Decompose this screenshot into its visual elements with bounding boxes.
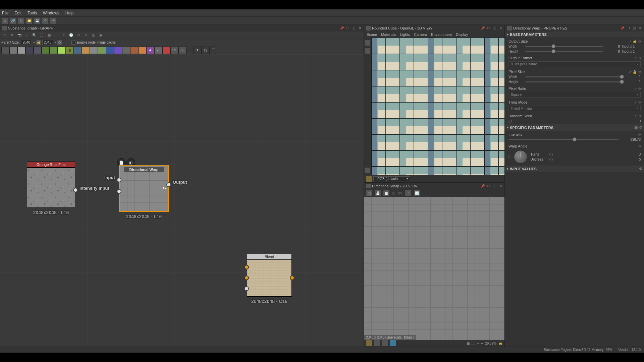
pin-icon[interactable]: 📌: [480, 26, 485, 31]
link-goto-icon[interactable]: ↗: [634, 56, 637, 60]
output-height-value[interactable]: 0: [605, 50, 620, 53]
port-warp-intensity[interactable]: [117, 189, 121, 194]
palette-x1[interactable]: x1: [154, 47, 162, 54]
view2d-grid-icon[interactable]: ▦: [467, 342, 470, 345]
refresh-icon[interactable]: ↻: [18, 18, 24, 24]
port-grunge-out[interactable]: [73, 188, 78, 192]
view2d-img-icon[interactable]: ▢: [366, 190, 372, 196]
palette-green[interactable]: [42, 47, 50, 54]
link-icon[interactable]: 🔗: [10, 18, 16, 24]
output-width-slider[interactable]: [525, 46, 603, 47]
edit-icon[interactable]: ✎: [83, 32, 89, 38]
intensity-slider[interactable]: [508, 139, 619, 140]
degrees-value[interactable]: 0: [639, 158, 641, 162]
maximize-icon[interactable]: ▢: [492, 184, 497, 188]
close-icon[interactable]: ✕: [358, 26, 362, 31]
pin-icon[interactable]: 📌: [339, 26, 344, 31]
palette-101[interactable]: 101: [170, 47, 178, 54]
output-width-value[interactable]: 0: [605, 45, 620, 48]
tab-materials[interactable]: Materials: [381, 33, 396, 37]
palette-orange[interactable]: [138, 47, 146, 54]
turns-radio[interactable]: [549, 153, 553, 156]
palette-red[interactable]: [162, 47, 170, 54]
lock-icon[interactable]: 🔒: [633, 40, 637, 43]
material-icon[interactable]: [366, 176, 372, 182]
link-goto-icon[interactable]: ↗: [629, 70, 631, 74]
home-icon[interactable]: ⌂: [2, 18, 8, 24]
base-params-header[interactable]: ▾ BASE PARAMETERS: [505, 32, 644, 38]
menu-help[interactable]: Help: [65, 11, 74, 15]
palette-tan[interactable]: [82, 47, 90, 54]
reset-icon[interactable]: ⟲: [639, 167, 642, 171]
port-blend-in2[interactable]: [244, 276, 249, 280]
menu-edit[interactable]: Edit: [14, 11, 21, 15]
link-goto-icon[interactable]: ↗: [634, 87, 637, 90]
crop-icon[interactable]: ◫: [90, 32, 97, 38]
reset-icon[interactable]: ⟲: [638, 144, 641, 148]
view2d-ch-g[interactable]: [382, 340, 388, 346]
menu-tools[interactable]: Tools: [28, 11, 37, 15]
palette-dark[interactable]: [25, 47, 34, 54]
view2d-histogram-icon[interactable]: 📊: [414, 190, 420, 196]
list-icon[interactable]: ☰: [53, 32, 60, 38]
link-goto-icon[interactable]: ↗: [634, 101, 637, 104]
menu-file[interactable]: File: [2, 11, 8, 15]
redo-icon[interactable]: ↷: [50, 18, 56, 24]
reset-all-icon[interactable]: ⟲: [639, 125, 642, 130]
close-icon[interactable]: ✕: [498, 26, 503, 31]
tab-lights[interactable]: Lights: [400, 33, 410, 37]
reset-icon[interactable]: ⟲: [638, 114, 641, 118]
link-goto-icon[interactable]: ↗: [634, 114, 637, 118]
view2d-zoom-in-icon[interactable]: +: [481, 342, 483, 345]
palette-gray2[interactable]: [122, 47, 130, 54]
cache-checkbox[interactable]: ✓: [71, 41, 75, 45]
intensity-value[interactable]: 836.73: [621, 138, 641, 141]
view3d-gizmo-icon[interactable]: [365, 168, 370, 173]
pan-icon[interactable]: ✥: [9, 32, 15, 38]
port-blend-in3[interactable]: [244, 286, 249, 291]
tiling-mode-value[interactable]: H and V Tiling: [508, 106, 641, 111]
node-warp[interactable]: 📄 ◧ Directional Warp 2048x2048 - L16 Inp…: [119, 165, 169, 219]
pin-icon[interactable]: 📌: [480, 184, 485, 188]
fit-icon[interactable]: ⛶: [38, 32, 45, 38]
palette-dot[interactable]: [90, 47, 98, 54]
view2d-channel[interactable]: ▦: [392, 191, 395, 195]
tab-scene[interactable]: Scene: [367, 33, 377, 37]
pixel-height-slider[interactable]: [525, 81, 624, 82]
graph-canvas[interactable]: Grunge Rust Fine 2048x2048 - L16 📄 ◧ Dir…: [0, 54, 364, 347]
undo-icon[interactable]: ↶: [42, 18, 48, 24]
palette-brown[interactable]: [130, 47, 138, 54]
node-grunge[interactable]: Grunge Rust Fine 2048x2048 - L16: [27, 162, 75, 215]
palette-purple[interactable]: [114, 47, 122, 54]
node-blend[interactable]: Blend 2048x2048 - C16: [247, 254, 292, 304]
cursor-icon[interactable]: ↖: [1, 32, 8, 38]
refresh-size-icon[interactable]: ⟳: [57, 40, 62, 45]
secondary-size-dropdown[interactable]: 2048: [42, 40, 53, 45]
view3d-light-icon[interactable]: [365, 48, 370, 54]
palette-gray[interactable]: [9, 47, 17, 54]
parent-size-dropdown[interactable]: 2048: [21, 40, 32, 45]
palette-tex1[interactable]: [34, 47, 42, 54]
tab-display[interactable]: Display: [456, 33, 468, 37]
time-icon[interactable]: 🕐: [68, 32, 74, 38]
view2d-uv-label[interactable]: UV: [398, 191, 402, 195]
reset-icon[interactable]: ⟲: [638, 56, 641, 60]
restore-icon[interactable]: ❐: [486, 184, 491, 188]
view3d-canvas[interactable]: [364, 38, 504, 175]
view3d-camera-icon[interactable]: [365, 40, 370, 46]
reset-icon[interactable]: ⟲: [638, 70, 641, 74]
expand-icon[interactable]: ▤: [634, 125, 638, 130]
pixel-width-value[interactable]: 1: [626, 75, 641, 79]
palette-link2[interactable]: ⛓: [201, 47, 209, 54]
palette-blue2[interactable]: [106, 47, 114, 54]
lock-icon[interactable]: 🔒: [633, 70, 637, 74]
view2d-lock-icon[interactable]: 🔒: [498, 342, 502, 345]
reset-icon[interactable]: ⟲: [638, 133, 641, 136]
tab-environment[interactable]: Environment: [431, 33, 452, 37]
lock-icon[interactable]: 🔒: [36, 40, 41, 45]
input-values-header[interactable]: ▸ INPUT VALUES ⟲: [505, 166, 644, 172]
camera-icon[interactable]: 📷: [16, 32, 23, 38]
specific-params-header[interactable]: ▾ SPECIFIC PARAMETERS ▤⟲: [505, 124, 644, 131]
restore-icon[interactable]: ❐: [486, 26, 491, 31]
palette-link1[interactable]: ⚭: [193, 47, 201, 54]
